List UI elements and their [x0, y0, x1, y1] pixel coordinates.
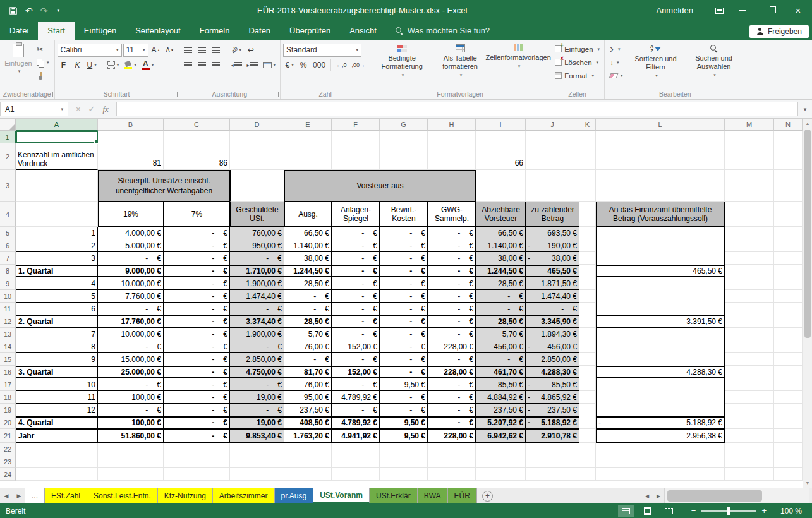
- cell-A14[interactable]: 8: [16, 340, 98, 353]
- cell-C20[interactable]: -€: [164, 416, 230, 429]
- sheet-tab-arbeitszimmer[interactable]: Arbeitszimmer: [213, 488, 275, 503]
- page-layout-view-button[interactable]: [639, 505, 656, 517]
- vertical-scroll-thumb[interactable]: [804, 130, 811, 338]
- cell-K23[interactable]: [579, 455, 596, 468]
- column-header-A[interactable]: A: [16, 119, 98, 131]
- cell-F14[interactable]: 152,00 €: [332, 340, 380, 353]
- cell-E6[interactable]: 1.140,00 €: [284, 239, 332, 252]
- cell-I13[interactable]: 5,70 €: [476, 328, 526, 340]
- cell-M17[interactable]: [725, 378, 774, 391]
- align-bottom-button[interactable]: [210, 44, 222, 56]
- cell-H23[interactable]: [428, 455, 476, 468]
- cell-C22[interactable]: [164, 443, 230, 455]
- cell-N5[interactable]: [774, 227, 803, 239]
- format-painter-button[interactable]: [35, 70, 51, 81]
- cell-G6[interactable]: -€: [380, 239, 428, 252]
- cell-J2[interactable]: [526, 143, 579, 170]
- cell-G2[interactable]: [380, 143, 428, 170]
- cell-B17[interactable]: -€: [98, 378, 164, 391]
- percent-style-button[interactable]: %: [297, 59, 310, 71]
- cell-N11[interactable]: [774, 303, 803, 315]
- cell-H13[interactable]: -€: [428, 328, 476, 340]
- cell-K12[interactable]: [579, 315, 596, 328]
- column-header-B[interactable]: B: [98, 119, 164, 131]
- share-button[interactable]: Freigeben: [749, 25, 809, 38]
- cell-E11[interactable]: -€: [284, 303, 332, 315]
- tab-ueberpruefen[interactable]: Überprüfen: [280, 22, 340, 40]
- cell-E20[interactable]: 408,50 €: [284, 416, 332, 429]
- hscroll-left-icon[interactable]: ◀: [641, 488, 653, 503]
- formula-input[interactable]: [116, 102, 798, 116]
- font-name-select[interactable]: Calibri▾: [58, 44, 122, 57]
- cell-styles-button[interactable]: Zellenformatvorlagen ▾: [489, 41, 547, 89]
- cell-I10[interactable]: -€: [476, 290, 526, 303]
- cell-I4[interactable]: Abziehbare Vorsteuer: [476, 202, 526, 227]
- cell-B6[interactable]: 5.000,00 €: [98, 239, 164, 252]
- cell-G13[interactable]: -€: [380, 328, 428, 340]
- cell-I17[interactable]: 85,50 €: [476, 378, 526, 391]
- clear-button[interactable]: ▾: [609, 70, 624, 81]
- insert-cells-button[interactable]: Einfügen▾: [553, 42, 602, 56]
- row-header-8[interactable]: 8: [0, 265, 16, 277]
- cell-F20[interactable]: 4.789,92 €: [332, 416, 380, 429]
- merged-header-umsaetze[interactable]: Steuerpfl. Umsätze einschl. unentgeltlic…: [98, 170, 230, 202]
- cell-A2[interactable]: Kennzahl im amtlichen Vordruck: [16, 143, 98, 170]
- cell-G9[interactable]: -€: [380, 277, 428, 290]
- cell-B7[interactable]: -€: [98, 252, 164, 265]
- increase-font-button[interactable]: A▲: [150, 44, 162, 56]
- tell-me-search[interactable]: Was möchten Sie tun?: [395, 26, 490, 40]
- cell-G23[interactable]: [380, 455, 428, 468]
- row-header-1[interactable]: 1: [0, 131, 16, 143]
- cell-E16[interactable]: 81,70 €: [284, 366, 332, 378]
- cell-D17[interactable]: -€: [230, 378, 284, 391]
- cell-L17[interactable]: [596, 378, 725, 391]
- row-header-11[interactable]: 11: [0, 303, 16, 315]
- column-header-D[interactable]: D: [230, 119, 284, 131]
- dialog-launcher-icon[interactable]: [273, 92, 279, 97]
- cell-A16[interactable]: 3. Quartal: [16, 366, 98, 378]
- maximize-button[interactable]: [756, 0, 784, 21]
- cell-D8[interactable]: 1.710,00 €: [230, 265, 284, 277]
- vertical-scroll-track[interactable]: [803, 128, 812, 478]
- cell-C11[interactable]: -€: [164, 303, 230, 315]
- cell-B1[interactable]: [98, 131, 164, 143]
- increase-indent-button[interactable]: ▸: [245, 59, 260, 71]
- cell-N23[interactable]: [774, 455, 803, 468]
- column-header-L[interactable]: L: [596, 119, 725, 131]
- cell-A24[interactable]: [16, 468, 98, 481]
- cell-B24[interactable]: [98, 468, 164, 481]
- cell-I2[interactable]: 66: [476, 143, 526, 170]
- cell-H7[interactable]: -€: [428, 252, 476, 265]
- zoom-slider[interactable]: [701, 510, 756, 512]
- cell-G16[interactable]: -€: [380, 366, 428, 378]
- cell-N1[interactable]: [774, 131, 803, 143]
- orientation-button[interactable]: ab▾: [229, 44, 244, 56]
- cell-H20[interactable]: -€: [428, 416, 476, 429]
- row-header-4[interactable]: 4: [0, 202, 16, 227]
- zoom-in-button[interactable]: +: [761, 506, 767, 515]
- column-header-I[interactable]: I: [476, 119, 526, 131]
- cell-I9[interactable]: 28,50 €: [476, 277, 526, 290]
- cell-J18[interactable]: -4.865,92 €: [526, 391, 579, 404]
- cell-A20[interactable]: 4. Quartal: [16, 416, 98, 429]
- cell-M20[interactable]: [725, 416, 774, 429]
- cell-M1[interactable]: [725, 131, 774, 143]
- cell-C23[interactable]: [164, 455, 230, 468]
- cell-N6[interactable]: [774, 239, 803, 252]
- cell-K17[interactable]: [579, 378, 596, 391]
- cell-K9[interactable]: [579, 277, 596, 290]
- cell-G21[interactable]: 9,50 €: [380, 429, 428, 443]
- cell-L19[interactable]: [596, 404, 725, 416]
- cell-G20[interactable]: 9,50 €: [380, 416, 428, 429]
- cell-D20[interactable]: 19,00 €: [230, 416, 284, 429]
- cell-E14[interactable]: 76,00 €: [284, 340, 332, 353]
- cell-E24[interactable]: [284, 468, 332, 481]
- zoom-out-button[interactable]: −: [691, 506, 696, 515]
- cell-G4[interactable]: Bewirt.-Kosten: [380, 202, 428, 227]
- column-header-K[interactable]: K: [579, 119, 596, 131]
- row-header-15[interactable]: 15: [0, 353, 16, 366]
- column-header-C[interactable]: C: [164, 119, 230, 131]
- cell-E5[interactable]: 66,50 €: [284, 227, 332, 239]
- cell-L7[interactable]: [596, 252, 725, 265]
- cell-M24[interactable]: [725, 468, 774, 481]
